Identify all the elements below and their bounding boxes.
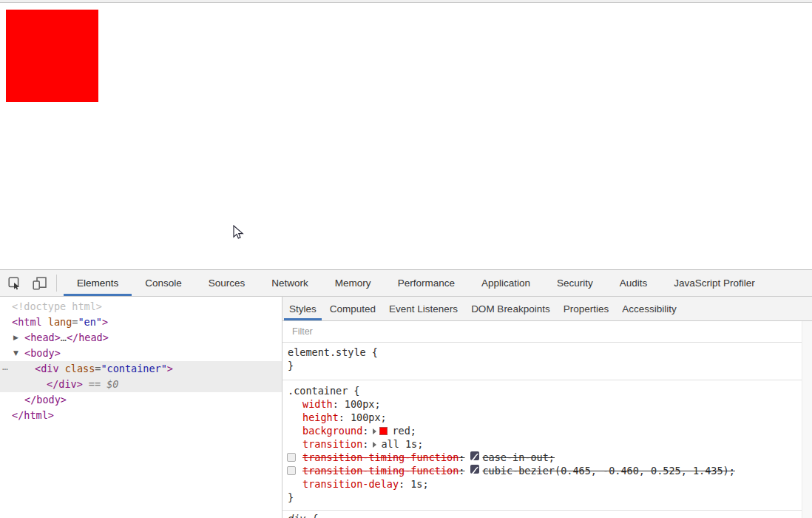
property-name: height [302,411,339,423]
container-rule-section: .container{ width:100px; height:100px; b… [282,380,802,511]
tab-styles[interactable]: Styles [284,297,322,320]
dom-node-div-close[interactable]: </div>== $0 [0,377,282,392]
tab-sources[interactable]: Sources [195,270,259,296]
property-value: red; [392,425,416,437]
dom-node-head[interactable]: ▶<head>…</head> [0,330,282,346]
red-container-div [6,10,98,102]
element-style-selector-row[interactable]: element.style{ [288,346,802,359]
dom-node-body[interactable]: ▼<body> [0,346,282,361]
rule-close-row: } [288,491,802,504]
property-name: transition-delay [302,478,399,490]
rule-selector-row[interactable]: .container{ [288,384,802,397]
sidebar-tab-bar: Styles Computed Event Listeners DOM Brea… [282,297,812,321]
style-property-row-overridden[interactable]: transition-timing-function:ease-in-out; [302,451,802,464]
style-property-row[interactable]: transition-delay:1s; [302,477,802,491]
dom-node-body-close[interactable]: </body> [0,392,282,408]
dom-node-html-close[interactable]: </html> [0,408,282,423]
inspect-element-icon[interactable] [4,270,25,296]
style-property-row[interactable]: transition:all 1s; [302,437,802,451]
next-rule-section-partial: div{ [282,511,802,518]
property-value: 100px; [351,411,387,423]
mouse-cursor [233,225,245,241]
tab-application[interactable]: Application [468,270,544,296]
tab-audits[interactable]: Audits [606,270,661,296]
expand-arrow-icon[interactable] [373,428,376,434]
tab-event-listeners[interactable]: Event Listeners [384,297,463,320]
element-style-section: element.style{ } [282,342,802,380]
devtools-panel: Elements Console Sources Network Memory … [0,269,812,518]
property-value: cubic-bezier(0.465, -0.460, 0.525, 1.435… [482,465,734,477]
property-value: ease-in-out; [482,451,555,463]
tab-network[interactable]: Network [258,270,322,296]
rule-selector-row[interactable]: div{ [288,512,802,518]
property-checkbox[interactable] [287,453,296,462]
tab-security[interactable]: Security [544,270,606,296]
property-value: 1s; [410,478,428,490]
gutter-ellipsis-icon[interactable]: … [2,359,9,374]
styles-rules-list: element.style{ } .container{ width:100px… [282,342,802,518]
dom-node-html[interactable]: <html lang="en"> [0,314,282,330]
element-style-close-row: } [288,359,802,372]
tab-console[interactable]: Console [132,270,195,296]
tab-computed[interactable]: Computed [325,297,381,320]
color-swatch-red[interactable] [379,427,388,435]
style-property-row[interactable]: height:100px; [302,411,802,424]
property-checkbox[interactable] [287,466,296,475]
property-name: transition-timing-function [302,465,459,477]
property-value: 100px; [345,398,381,410]
dom-node-div-container[interactable]: …<div class="container"> [0,361,282,377]
styles-filter-bar [282,321,802,343]
tab-memory[interactable]: Memory [322,270,385,296]
property-value: all 1s; [381,438,423,450]
toggle-device-toolbar-icon[interactable] [30,270,50,296]
selected-node-marker: == $0 [89,378,119,390]
tab-performance[interactable]: Performance [385,270,468,296]
browser-page [0,0,812,269]
expand-arrow-icon[interactable] [373,442,376,448]
bezier-curve-icon[interactable] [470,451,479,460]
elements-tree-pane: <!doctype html> <html lang="en"> ▶<head>… [0,297,282,518]
expand-arrow-icon[interactable]: ▶ [13,330,18,346]
tab-dom-breakpoints[interactable]: DOM Breakpoints [466,297,555,320]
style-property-row-overridden[interactable]: transition-timing-function:cubic-bezier(… [302,464,802,477]
style-property-row[interactable]: width:100px; [302,397,802,411]
toolbar-divider [56,275,57,292]
bezier-curve-icon[interactable] [470,465,479,474]
styles-sidebar: Styles Computed Event Listeners DOM Brea… [282,297,812,518]
property-name: width [302,398,333,410]
tab-accessibility[interactable]: Accessibility [617,297,682,320]
tab-elements[interactable]: Elements [64,270,132,296]
tab-javascript-profiler[interactable]: JavaScript Profiler [660,270,768,296]
devtools-main-toolbar: Elements Console Sources Network Memory … [0,270,812,297]
tab-properties[interactable]: Properties [558,297,615,320]
main-tab-bar: Elements Console Sources Network Memory … [64,270,768,296]
styles-scrollbar[interactable] [802,321,812,518]
dom-node-doctype[interactable]: <!doctype html> [0,299,282,314]
style-property-row[interactable]: background:red; [302,424,802,437]
property-name: transition [302,438,362,450]
property-name: transition-timing-function [302,451,459,463]
page-top-border [0,0,812,3]
collapse-arrow-icon[interactable]: ▼ [13,346,18,361]
styles-filter-input[interactable] [291,326,515,337]
property-name: background [302,425,362,437]
